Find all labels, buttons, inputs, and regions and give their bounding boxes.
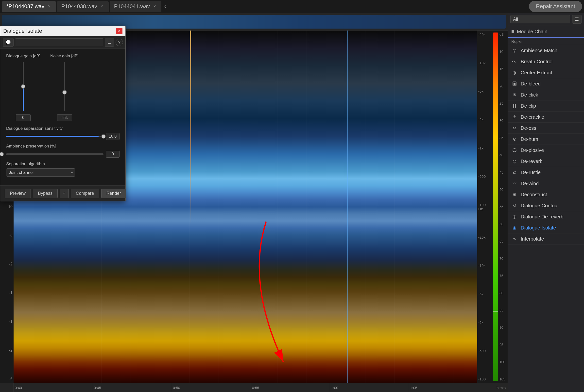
dialog-toolbar: 💬 ☰ ?	[0, 36, 125, 49]
plugin-label: De-crackle	[521, 114, 544, 120]
plugin-item-ambience-match[interactable]: ◎ Ambience Match	[508, 45, 584, 56]
dialog-footer: Preview Bypass + Compare Render	[0, 186, 125, 201]
vu-meter	[492, 30, 499, 383]
ambience-match-icon: ◎	[511, 47, 518, 54]
plugin-list: ◎ Ambience Match Breath Control ◑ Center…	[508, 45, 584, 392]
dialogue-isolate-icon: ◉	[511, 224, 518, 231]
module-chain-row[interactable]: ≡ Module Chain	[508, 26, 584, 38]
plugin-item-center-extract[interactable]: ◑ Center Extract	[508, 67, 584, 78]
plugin-item-breath-control[interactable]: Breath Control	[508, 56, 584, 67]
right-panel-top: All ☰	[508, 13, 584, 26]
ambience-preservation-thumb[interactable]	[0, 152, 4, 156]
plugin-item-interpolate[interactable]: ∿ Interpolate	[508, 234, 584, 244]
plugin-label: De-plosive	[521, 148, 544, 153]
timeline-mark-050: 0:50	[172, 384, 251, 392]
dialog-titlebar: Dialogue Isolate ×	[0, 26, 125, 36]
plugin-label: De-clip	[521, 103, 536, 109]
tab-close-icon[interactable]: ×	[100, 4, 104, 10]
separation-algorithm-select[interactable]: Joint channel Left channel Right channel	[6, 168, 75, 176]
noise-gain-track[interactable]	[64, 62, 65, 111]
de-rustle-icon	[511, 169, 518, 176]
plugin-label: De-wind	[521, 181, 539, 186]
plugin-item-de-bleed[interactable]: De-bleed	[508, 78, 584, 90]
tab-scroll-arrow[interactable]: ‹	[162, 3, 168, 10]
dialog-body: Dialogue gain [dB] 0 Noise gain [dB]	[0, 49, 125, 186]
plugin-item-de-plosive[interactable]: De-plosive	[508, 145, 584, 156]
vu-needle	[493, 311, 498, 312]
plugin-item-de-reverb[interactable]: ◎ De-reverb	[508, 156, 584, 167]
freq-label: -6	[1, 234, 13, 238]
noise-gain-label: Noise gain [dB]	[50, 54, 79, 58]
render-button[interactable]: Render	[101, 188, 126, 198]
freq-label: -10	[1, 204, 13, 209]
freq-label-r: -20k	[478, 32, 491, 37]
right-panel: All ☰ ≡ Module Chain Repair ◎ Ambience M…	[508, 13, 584, 392]
plugin-item-de-click[interactable]: ✳ De-click	[508, 90, 584, 100]
dialogue-gain-fill	[23, 86, 24, 111]
plugin-label: Dialogue De-reverb	[521, 214, 563, 220]
separation-sensitivity-row: Dialogue separation sensitivity 10,0	[6, 126, 120, 140]
dialog-close-button[interactable]: ×	[116, 28, 123, 34]
plugin-item-dialogue-de-reverb[interactable]: ◎ Dialogue De-reverb	[508, 211, 584, 222]
plugin-item-de-crackle[interactable]: De-crackle	[508, 112, 584, 122]
plugin-item-de-rustle[interactable]: De-rustle	[508, 167, 584, 178]
plugin-label: De-hum	[521, 136, 538, 142]
plugin-item-dialogue-isolate[interactable]: ◉ Dialogue Isolate	[508, 222, 584, 234]
plugin-label: De-bleed	[521, 81, 541, 87]
de-wind-icon: 〰	[511, 180, 518, 187]
plugin-item-dialogue-contour[interactable]: ↺ Dialogue Contour	[508, 200, 584, 211]
tab-p1044038[interactable]: P1044038.wav ×	[57, 1, 109, 12]
freq-label-r: -2k	[478, 118, 491, 122]
preview-button[interactable]: Preview	[5, 188, 31, 198]
dialog-title: Dialogue Isolate	[3, 28, 42, 34]
repair-section-label: Repair	[508, 38, 584, 45]
freq-label-r: -1k	[478, 146, 491, 150]
plugin-label: De-click	[521, 92, 538, 98]
dialogue-gain-track[interactable]	[23, 62, 24, 111]
tab-p1044037[interactable]: *P1044037.wav ×	[2, 1, 56, 12]
plugin-item-de-ess[interactable]: sƨ De-ess	[508, 122, 584, 134]
noise-gain-slider-container	[64, 60, 65, 112]
compare-button[interactable]: Compare	[71, 188, 99, 198]
bypass-button[interactable]: Bypass	[33, 188, 58, 198]
freq-label: -6	[1, 377, 13, 381]
breath-control-icon	[511, 58, 518, 65]
preset-dropdown[interactable]	[15, 38, 103, 46]
dialogue-isolate-dialog: Dialogue Isolate × 💬 ☰ ?	[0, 26, 126, 202]
dialogue-gain-group: Dialogue gain [dB] 0	[6, 54, 41, 121]
timeline-mark-105: 1:05	[409, 384, 488, 392]
repair-assistant-button[interactable]: Repair Assistant	[529, 1, 582, 12]
de-hum-icon: ⊘	[511, 136, 518, 142]
svg-point-6	[513, 148, 516, 152]
separation-sensitivity-value[interactable]: 10,0	[106, 133, 120, 140]
tab-close-icon[interactable]: ×	[152, 4, 157, 10]
plugin-item-deconstruct[interactable]: ⚙ Deconstruct	[508, 189, 584, 200]
ambience-preservation-row: Ambience preservation [%] 0	[6, 144, 120, 158]
tab-close-icon[interactable]: ×	[47, 4, 52, 10]
noise-gain-value[interactable]: -Inf.	[57, 114, 72, 121]
plugin-label: Interpolate	[521, 236, 544, 242]
separation-sensitivity-track[interactable]	[6, 136, 104, 137]
tab-p1044041[interactable]: P1044041.wav ×	[110, 1, 161, 12]
plugin-item-de-wind[interactable]: 〰 De-wind	[508, 178, 584, 189]
de-clip-icon	[511, 103, 518, 109]
plugin-item-de-hum[interactable]: ⊘ De-hum	[508, 134, 584, 145]
panel-menu-button[interactable]: ☰	[572, 15, 581, 24]
ambience-preservation-track[interactable]	[6, 154, 104, 155]
noise-gain-group: Noise gain [dB] -Inf.	[50, 54, 79, 121]
plus-button[interactable]: +	[60, 188, 69, 198]
ambience-preservation-value[interactable]: 0	[106, 151, 120, 158]
help-button[interactable]: ?	[116, 39, 123, 46]
center-area: Dialogue Isolate × 💬 ☰ ?	[0, 13, 508, 392]
timeline-mark-055: 0:55	[251, 384, 330, 392]
dialogue-gain-thumb[interactable]	[21, 84, 25, 89]
freq-label-r: -10k	[478, 264, 491, 268]
dialogue-gain-value[interactable]: 0	[16, 114, 31, 121]
vu-bar	[493, 32, 498, 381]
comment-button[interactable]: 💬	[3, 38, 14, 46]
filter-dropdown[interactable]: All	[510, 15, 570, 24]
separation-sensitivity-thumb[interactable]	[101, 134, 106, 139]
menu-button[interactable]: ☰	[105, 38, 114, 46]
plugin-item-de-clip[interactable]: De-clip	[508, 100, 584, 112]
noise-gain-thumb[interactable]	[62, 90, 67, 94]
